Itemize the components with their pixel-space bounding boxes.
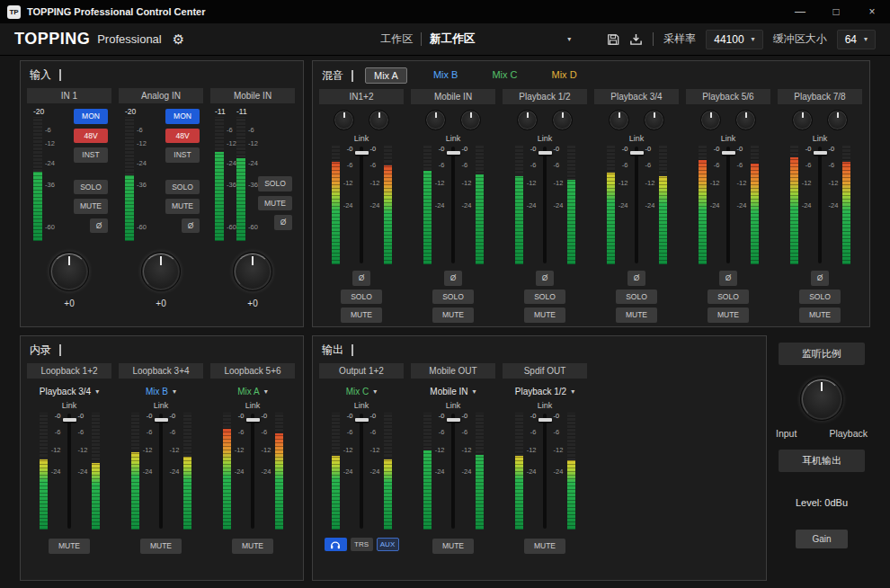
settings-gear-icon[interactable]: ⚙ bbox=[173, 31, 184, 48]
mute-button[interactable]: MUTE bbox=[799, 307, 841, 323]
solo-button[interactable]: SOLO bbox=[432, 290, 474, 305]
output-section: 输出 Output 1+2 Mix C▾ Link -0-6-12-24 -0-… bbox=[312, 335, 767, 581]
source-select[interactable]: Mix C▾ bbox=[319, 385, 404, 397]
solo-button[interactable]: SOLO bbox=[165, 180, 200, 195]
gain-button[interactable]: Gain bbox=[796, 530, 848, 548]
phase-button[interactable]: Ø bbox=[811, 271, 829, 286]
mute-button[interactable]: MUTE bbox=[74, 199, 108, 214]
pan-knob-left[interactable] bbox=[792, 110, 813, 130]
mute-button[interactable]: MUTE bbox=[258, 196, 292, 211]
mix-section: 混音 Mix A Mix B Mix C Mix D IN1+2 Link -0… bbox=[312, 60, 870, 327]
save-icon[interactable] bbox=[607, 33, 619, 46]
monitor-balance-knob[interactable] bbox=[800, 378, 843, 421]
source-select[interactable]: Mobile IN▾ bbox=[411, 385, 495, 397]
volume-fader[interactable] bbox=[447, 413, 460, 530]
phantom-48v-button[interactable]: 48V bbox=[165, 129, 200, 144]
mute-button[interactable]: MUTE bbox=[708, 307, 749, 323]
channel-title: Output 1+2 bbox=[319, 363, 404, 379]
phase-button[interactable]: Ø bbox=[274, 215, 292, 230]
gain-knob[interactable] bbox=[233, 252, 272, 291]
inst-button[interactable]: INST bbox=[74, 147, 108, 163]
volume-fader[interactable] bbox=[538, 413, 552, 530]
buffer-size-select[interactable]: 64▾ bbox=[837, 30, 876, 49]
close-button[interactable]: × bbox=[854, 0, 890, 23]
solo-button[interactable]: SOLO bbox=[524, 290, 565, 305]
solo-button[interactable]: SOLO bbox=[799, 290, 841, 305]
pan-knob-right[interactable] bbox=[644, 110, 664, 130]
volume-fader[interactable] bbox=[630, 146, 644, 264]
phase-button[interactable]: Ø bbox=[536, 271, 554, 286]
mute-button[interactable]: MUTE bbox=[165, 199, 200, 214]
chevron-down-icon[interactable]: ▾ bbox=[567, 35, 571, 43]
phase-button[interactable]: Ø bbox=[352, 271, 370, 286]
volume-fader[interactable] bbox=[246, 413, 260, 530]
mute-button[interactable]: MUTE bbox=[432, 539, 474, 554]
tab-mix-a[interactable]: Mix A bbox=[365, 67, 407, 84]
tab-mix-b[interactable]: Mix B bbox=[425, 67, 467, 84]
pan-knob-right[interactable] bbox=[735, 110, 756, 130]
gain-knob[interactable] bbox=[141, 252, 181, 291]
pan-knob-left[interactable] bbox=[425, 110, 446, 130]
mute-button[interactable]: MUTE bbox=[49, 539, 90, 554]
minimize-button[interactable]: — bbox=[782, 0, 818, 23]
pan-knob-left[interactable] bbox=[334, 110, 354, 130]
source-select[interactable]: Mix A▾ bbox=[210, 385, 295, 397]
volume-fader[interactable] bbox=[155, 413, 168, 530]
headphone-button[interactable] bbox=[325, 538, 347, 551]
meter-right bbox=[751, 146, 759, 264]
pan-knob-left[interactable] bbox=[700, 110, 721, 130]
solo-button[interactable]: SOLO bbox=[341, 290, 382, 305]
gain-knob[interactable] bbox=[49, 252, 89, 291]
volume-fader[interactable] bbox=[355, 413, 369, 530]
mute-button[interactable]: MUTE bbox=[524, 307, 565, 323]
source-select[interactable]: Playback 1/2▾ bbox=[503, 385, 587, 397]
export-icon[interactable] bbox=[629, 32, 643, 46]
phase-button[interactable]: Ø bbox=[627, 271, 645, 286]
volume-fader[interactable] bbox=[63, 413, 76, 530]
source-select[interactable]: Playback 3/4▾ bbox=[27, 385, 111, 397]
phantom-48v-button[interactable]: 48V bbox=[74, 129, 108, 144]
pan-knob-right[interactable] bbox=[827, 110, 848, 130]
mute-button[interactable]: MUTE bbox=[140, 539, 182, 554]
mute-button[interactable]: MUTE bbox=[232, 539, 273, 554]
volume-fader[interactable] bbox=[722, 146, 735, 264]
aux-button[interactable]: AUX bbox=[377, 538, 399, 551]
meter-scale-right: -0-6-12-24 bbox=[552, 146, 567, 264]
sample-rate-select[interactable]: 44100▾ bbox=[706, 30, 762, 49]
pan-knob-right[interactable] bbox=[552, 110, 573, 130]
link-label: Link bbox=[594, 134, 679, 143]
pan-knob-right[interactable] bbox=[460, 110, 481, 130]
solo-button[interactable]: SOLO bbox=[74, 180, 108, 195]
phase-button[interactable]: Ø bbox=[182, 218, 200, 234]
mute-button[interactable]: MUTE bbox=[432, 307, 474, 323]
tab-mix-d[interactable]: Mix D bbox=[544, 67, 585, 84]
volume-fader[interactable] bbox=[538, 146, 552, 264]
workspace-selector[interactable]: 工作区 新工作区 ▾ bbox=[380, 31, 571, 47]
monitor-button[interactable]: MON bbox=[165, 109, 200, 124]
headphone-output-button[interactable]: 耳机输出 bbox=[779, 450, 865, 472]
source-value: Mix A bbox=[237, 387, 259, 396]
phase-button[interactable]: Ø bbox=[444, 271, 462, 286]
gain-value: +0 bbox=[119, 298, 203, 308]
pan-knob-right[interactable] bbox=[369, 110, 389, 130]
solo-button[interactable]: SOLO bbox=[708, 290, 749, 305]
source-select[interactable]: Mix B▾ bbox=[119, 385, 203, 397]
trs-button[interactable]: TRS bbox=[351, 538, 373, 551]
mute-button[interactable]: MUTE bbox=[341, 307, 382, 323]
pan-knob-left[interactable] bbox=[517, 110, 538, 130]
mute-button[interactable]: MUTE bbox=[616, 307, 657, 323]
monitor-ratio-button[interactable]: 监听比例 bbox=[779, 343, 865, 365]
phase-button[interactable]: Ø bbox=[719, 271, 737, 286]
volume-fader[interactable] bbox=[814, 146, 827, 264]
monitor-button[interactable]: MON bbox=[74, 109, 108, 124]
maximize-button[interactable]: □ bbox=[818, 0, 854, 23]
inst-button[interactable]: INST bbox=[165, 147, 200, 163]
mute-button[interactable]: MUTE bbox=[524, 539, 565, 554]
pan-knob-left[interactable] bbox=[609, 110, 629, 130]
phase-button[interactable]: Ø bbox=[90, 218, 108, 234]
solo-button[interactable]: SOLO bbox=[258, 176, 292, 192]
volume-fader[interactable] bbox=[355, 146, 369, 264]
volume-fader[interactable] bbox=[447, 146, 460, 264]
solo-button[interactable]: SOLO bbox=[616, 290, 657, 305]
tab-mix-c[interactable]: Mix C bbox=[484, 67, 525, 84]
